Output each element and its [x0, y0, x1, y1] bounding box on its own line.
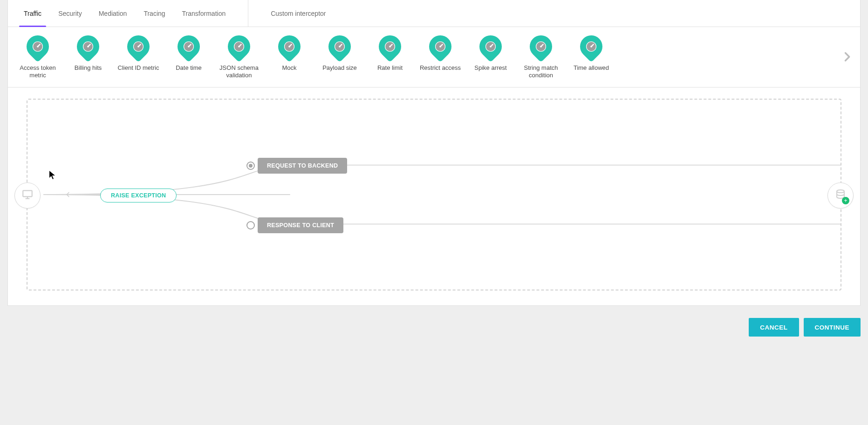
- response-lane-radio[interactable]: [246, 221, 255, 229]
- gauge-icon: [575, 31, 607, 62]
- svg-point-23: [389, 46, 391, 47]
- gauge-icon: [72, 31, 104, 62]
- flow-canvas[interactable]: + REQUEST TO BACKEND RESPONSE TO CLIENT …: [27, 99, 841, 290]
- tabs-divider: [248, 0, 248, 27]
- svg-point-32: [540, 46, 542, 47]
- policy-rate-limit[interactable]: Rate limit: [365, 34, 415, 72]
- flow-wrap: + REQUEST TO BACKEND RESPONSE TO CLIENT …: [8, 88, 860, 302]
- editor-panel: Traffic Security Mediation Tracing Trans…: [7, 0, 861, 306]
- gauge-icon: [273, 31, 305, 62]
- svg-point-40: [837, 190, 844, 193]
- continue-button[interactable]: CONTINUE: [804, 318, 861, 337]
- policy-label: Client ID metric: [118, 64, 159, 72]
- cancel-button[interactable]: CANCEL: [749, 318, 799, 337]
- gauge-icon: [123, 31, 154, 62]
- gauge-icon: [374, 31, 406, 62]
- svg-point-14: [238, 46, 240, 47]
- tab-label: Security: [58, 10, 82, 17]
- gauge-icon: [324, 31, 355, 62]
- tab-label: Tracing: [144, 10, 165, 17]
- cursor-icon: [49, 170, 56, 180]
- tab-custom-interceptor[interactable]: Custom interceptor: [262, 0, 334, 27]
- chevron-right-icon[interactable]: [839, 46, 855, 68]
- svg-point-26: [439, 46, 441, 47]
- svg-point-8: [137, 46, 139, 47]
- tab-security[interactable]: Security: [50, 0, 90, 27]
- gauge-icon: [475, 31, 506, 62]
- policy-label: Billing hits: [75, 64, 102, 72]
- svg-point-11: [188, 46, 190, 47]
- svg-point-2: [37, 46, 39, 47]
- tab-mediation[interactable]: Mediation: [90, 0, 136, 27]
- lane-label: RESPONSE TO CLIENT: [267, 222, 334, 229]
- policy-label: Mock: [282, 64, 296, 72]
- svg-point-29: [490, 46, 492, 47]
- footer-actions: CANCEL CONTINUE: [0, 306, 868, 349]
- policy-label: Time allowed: [574, 64, 609, 72]
- policy-json-schema-validation[interactable]: JSON schema validation: [214, 34, 264, 80]
- policy-string-match-condition[interactable]: String match condition: [516, 34, 566, 80]
- tab-label: Custom interceptor: [271, 10, 326, 17]
- request-lane-radio[interactable]: [246, 162, 255, 170]
- tab-label: Mediation: [99, 10, 127, 17]
- gauge-icon: [223, 31, 255, 62]
- policy-date-time[interactable]: Date time: [164, 34, 214, 72]
- tab-transformation[interactable]: Transformation: [174, 0, 234, 27]
- svg-point-35: [590, 46, 592, 47]
- policy-time-allowed[interactable]: Time allowed: [566, 34, 616, 72]
- arrow-left-icon: [64, 191, 72, 200]
- policy-label: Restrict access: [420, 64, 461, 72]
- policy-label: Rate limit: [377, 64, 403, 72]
- svg-point-5: [87, 46, 89, 47]
- gauge-icon: [525, 31, 557, 62]
- policy-mock[interactable]: Mock: [264, 34, 314, 72]
- policy-label: Spike arrest: [474, 64, 506, 72]
- gauge-icon: [22, 31, 54, 62]
- policy-client-id-metric[interactable]: Client ID metric: [113, 34, 164, 72]
- policy-label: String match condition: [517, 64, 565, 80]
- monitor-icon: [21, 189, 34, 202]
- tab-label: Transformation: [182, 10, 226, 17]
- backend-node[interactable]: +: [827, 182, 854, 209]
- policy-label: Date time: [176, 64, 202, 72]
- svg-point-17: [288, 46, 290, 47]
- button-label: CONTINUE: [815, 324, 850, 331]
- button-label: CANCEL: [760, 324, 787, 331]
- raise-exception-pill[interactable]: RAISE EXCEPTION: [100, 189, 177, 202]
- request-lane-badge[interactable]: REQUEST TO BACKEND: [258, 158, 347, 174]
- exception-label: RAISE EXCEPTION: [111, 192, 166, 199]
- policy-payload-size[interactable]: Payload size: [314, 34, 365, 72]
- svg-point-20: [339, 46, 341, 47]
- policy-label: Payload size: [322, 64, 357, 72]
- gauge-icon: [424, 31, 456, 62]
- response-lane-badge[interactable]: RESPONSE TO CLIENT: [258, 217, 343, 233]
- tab-label: Traffic: [24, 10, 41, 17]
- policy-spike-arrest[interactable]: Spike arrest: [465, 34, 516, 72]
- policy-access-token-metric[interactable]: Access token metric: [13, 34, 63, 80]
- policy-label: JSON schema validation: [215, 64, 263, 80]
- tab-traffic[interactable]: Traffic: [15, 0, 50, 27]
- policy-strip: Access token metric Billing hits Client …: [8, 27, 860, 88]
- plus-icon: +: [842, 197, 849, 204]
- policy-label: Access token metric: [14, 64, 62, 80]
- svg-rect-37: [23, 190, 32, 196]
- gauge-icon: [173, 31, 205, 62]
- policy-billing-hits[interactable]: Billing hits: [63, 34, 113, 72]
- client-node[interactable]: [14, 182, 41, 209]
- lane-label: REQUEST TO BACKEND: [267, 162, 338, 169]
- policy-restrict-access[interactable]: Restrict access: [415, 34, 465, 72]
- tab-tracing[interactable]: Tracing: [135, 0, 173, 27]
- tabs-bar: Traffic Security Mediation Tracing Trans…: [8, 0, 860, 27]
